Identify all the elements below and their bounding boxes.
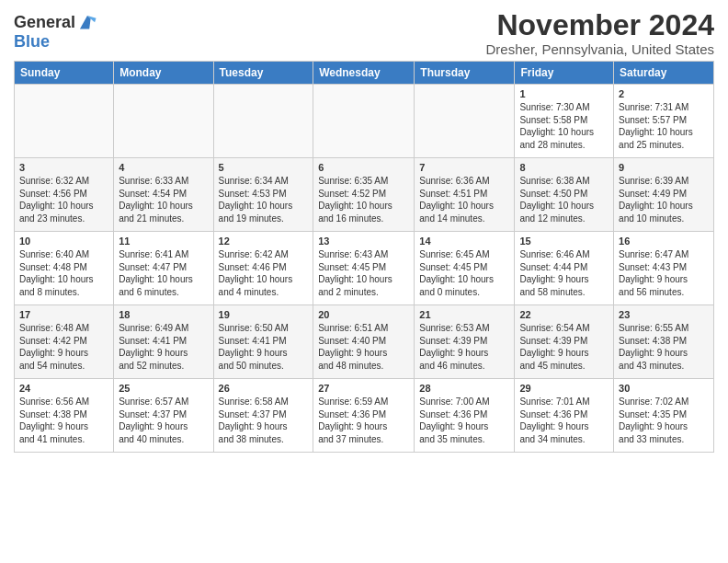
day-number: 14 bbox=[419, 236, 509, 247]
calendar-cell-w1-d4 bbox=[415, 85, 515, 158]
calendar-cell-w5-d6: 30Sunrise: 7:02 AM Sunset: 4:35 PM Dayli… bbox=[614, 379, 714, 453]
calendar-cell-w3-d1: 11Sunrise: 6:41 AM Sunset: 4:47 PM Dayli… bbox=[114, 232, 213, 305]
logo-text: General bbox=[14, 14, 75, 32]
day-info: Sunrise: 6:42 AM Sunset: 4:46 PM Dayligh… bbox=[219, 248, 309, 298]
calendar-cell-w4-d1: 18Sunrise: 6:49 AM Sunset: 4:41 PM Dayli… bbox=[114, 305, 213, 379]
calendar-cell-w3-d0: 10Sunrise: 6:40 AM Sunset: 4:48 PM Dayli… bbox=[15, 232, 114, 305]
calendar-cell-w2-d6: 9Sunrise: 6:39 AM Sunset: 4:49 PM Daylig… bbox=[614, 158, 714, 232]
title-block: November 2024 Dresher, Pennsylvania, Uni… bbox=[486, 9, 714, 57]
day-info: Sunrise: 6:55 AM Sunset: 4:38 PM Dayligh… bbox=[619, 322, 709, 372]
calendar-cell-w4-d3: 20Sunrise: 6:51 AM Sunset: 4:40 PM Dayli… bbox=[313, 305, 415, 379]
day-info: Sunrise: 7:31 AM Sunset: 5:57 PM Dayligh… bbox=[619, 101, 709, 151]
day-info: Sunrise: 6:35 AM Sunset: 4:52 PM Dayligh… bbox=[318, 175, 409, 224]
calendar-cell-w2-d1: 4Sunrise: 6:33 AM Sunset: 4:54 PM Daylig… bbox=[114, 158, 213, 232]
calendar-cell-w4-d2: 19Sunrise: 6:50 AM Sunset: 4:41 PM Dayli… bbox=[213, 305, 313, 379]
day-info: Sunrise: 6:39 AM Sunset: 4:49 PM Dayligh… bbox=[619, 175, 709, 224]
calendar-cell-w2-d3: 6Sunrise: 6:35 AM Sunset: 4:52 PM Daylig… bbox=[313, 158, 415, 232]
day-info: Sunrise: 6:38 AM Sunset: 4:50 PM Dayligh… bbox=[519, 175, 609, 224]
calendar-cell-w1-d3 bbox=[313, 85, 415, 158]
day-info: Sunrise: 6:53 AM Sunset: 4:39 PM Dayligh… bbox=[419, 322, 509, 372]
day-number: 24 bbox=[19, 383, 108, 394]
calendar-cell-w2-d4: 7Sunrise: 6:36 AM Sunset: 4:51 PM Daylig… bbox=[415, 158, 515, 232]
page-container: General Blue November 2024 Dresher, Penn… bbox=[0, 0, 728, 457]
day-info: Sunrise: 6:59 AM Sunset: 4:36 PM Dayligh… bbox=[318, 396, 409, 445]
day-info: Sunrise: 6:33 AM Sunset: 4:54 PM Dayligh… bbox=[119, 175, 208, 224]
day-info: Sunrise: 6:57 AM Sunset: 4:37 PM Dayligh… bbox=[119, 396, 208, 445]
day-info: Sunrise: 6:48 AM Sunset: 4:42 PM Dayligh… bbox=[19, 322, 108, 372]
logo: General Blue bbox=[14, 13, 97, 52]
day-info: Sunrise: 6:56 AM Sunset: 4:38 PM Dayligh… bbox=[19, 396, 108, 445]
day-info: Sunrise: 7:01 AM Sunset: 4:36 PM Dayligh… bbox=[519, 396, 609, 445]
week-row-1: 1Sunrise: 7:30 AM Sunset: 5:58 PM Daylig… bbox=[15, 85, 714, 158]
day-info: Sunrise: 6:36 AM Sunset: 4:51 PM Dayligh… bbox=[419, 175, 509, 224]
calendar-cell-w2-d0: 3Sunrise: 6:32 AM Sunset: 4:56 PM Daylig… bbox=[15, 158, 114, 232]
day-info: Sunrise: 6:34 AM Sunset: 4:53 PM Dayligh… bbox=[219, 175, 309, 224]
day-info: Sunrise: 6:49 AM Sunset: 4:41 PM Dayligh… bbox=[119, 322, 208, 372]
day-info: Sunrise: 6:51 AM Sunset: 4:40 PM Dayligh… bbox=[318, 322, 409, 372]
day-number: 21 bbox=[419, 309, 509, 320]
calendar-cell-w4-d4: 21Sunrise: 6:53 AM Sunset: 4:39 PM Dayli… bbox=[415, 305, 515, 379]
day-info: Sunrise: 7:30 AM Sunset: 5:58 PM Dayligh… bbox=[519, 101, 609, 151]
col-monday: Monday bbox=[114, 62, 213, 85]
day-number: 13 bbox=[318, 236, 409, 247]
day-info: Sunrise: 7:02 AM Sunset: 4:35 PM Dayligh… bbox=[619, 396, 709, 445]
calendar-cell-w3-d2: 12Sunrise: 6:42 AM Sunset: 4:46 PM Dayli… bbox=[213, 232, 313, 305]
calendar-cell-w5-d4: 28Sunrise: 7:00 AM Sunset: 4:36 PM Dayli… bbox=[415, 379, 515, 453]
day-info: Sunrise: 6:40 AM Sunset: 4:48 PM Dayligh… bbox=[19, 248, 108, 298]
calendar-cell-w1-d2 bbox=[213, 85, 313, 158]
day-number: 16 bbox=[619, 236, 709, 247]
calendar-cell-w5-d5: 29Sunrise: 7:01 AM Sunset: 4:36 PM Dayli… bbox=[515, 379, 614, 453]
day-info: Sunrise: 6:47 AM Sunset: 4:43 PM Dayligh… bbox=[619, 248, 709, 298]
day-number: 15 bbox=[519, 236, 609, 247]
day-number: 10 bbox=[19, 236, 108, 247]
day-number: 27 bbox=[318, 383, 409, 394]
day-number: 29 bbox=[519, 383, 609, 394]
calendar-cell-w4-d0: 17Sunrise: 6:48 AM Sunset: 4:42 PM Dayli… bbox=[15, 305, 114, 379]
day-number: 26 bbox=[219, 383, 309, 394]
col-tuesday: Tuesday bbox=[213, 62, 313, 85]
col-sunday: Sunday bbox=[15, 62, 114, 85]
col-wednesday: Wednesday bbox=[313, 62, 415, 85]
header: General Blue November 2024 Dresher, Penn… bbox=[14, 9, 714, 57]
day-number: 17 bbox=[19, 309, 108, 320]
calendar-cell-w5-d2: 26Sunrise: 6:58 AM Sunset: 4:37 PM Dayli… bbox=[213, 379, 313, 453]
calendar-cell-w3-d5: 15Sunrise: 6:46 AM Sunset: 4:44 PM Dayli… bbox=[515, 232, 614, 305]
calendar-cell-w1-d6: 2Sunrise: 7:31 AM Sunset: 5:57 PM Daylig… bbox=[614, 85, 714, 158]
day-number: 20 bbox=[318, 309, 409, 320]
day-number: 9 bbox=[619, 162, 709, 173]
calendar-header-row: Sunday Monday Tuesday Wednesday Thursday… bbox=[15, 62, 714, 85]
day-number: 22 bbox=[519, 309, 609, 320]
week-row-5: 24Sunrise: 6:56 AM Sunset: 4:38 PM Dayli… bbox=[15, 379, 714, 453]
calendar-cell-w2-d2: 5Sunrise: 6:34 AM Sunset: 4:53 PM Daylig… bbox=[213, 158, 313, 232]
month-title: November 2024 bbox=[486, 9, 714, 41]
calendar-cell-w1-d5: 1Sunrise: 7:30 AM Sunset: 5:58 PM Daylig… bbox=[515, 85, 614, 158]
day-number: 30 bbox=[619, 383, 709, 394]
calendar-cell-w5-d3: 27Sunrise: 6:59 AM Sunset: 4:36 PM Dayli… bbox=[313, 379, 415, 453]
calendar-cell-w3-d6: 16Sunrise: 6:47 AM Sunset: 4:43 PM Dayli… bbox=[614, 232, 714, 305]
calendar-cell-w5-d1: 25Sunrise: 6:57 AM Sunset: 4:37 PM Dayli… bbox=[114, 379, 213, 453]
week-row-2: 3Sunrise: 6:32 AM Sunset: 4:56 PM Daylig… bbox=[15, 158, 714, 232]
location-subtitle: Dresher, Pennsylvania, United States bbox=[486, 41, 714, 57]
day-info: Sunrise: 6:46 AM Sunset: 4:44 PM Dayligh… bbox=[519, 248, 609, 298]
calendar-cell-w1-d1 bbox=[114, 85, 213, 158]
day-number: 23 bbox=[619, 309, 709, 320]
day-info: Sunrise: 6:45 AM Sunset: 4:45 PM Dayligh… bbox=[419, 248, 509, 298]
day-number: 18 bbox=[119, 309, 208, 320]
calendar-cell-w4-d6: 23Sunrise: 6:55 AM Sunset: 4:38 PM Dayli… bbox=[614, 305, 714, 379]
week-row-4: 17Sunrise: 6:48 AM Sunset: 4:42 PM Dayli… bbox=[15, 305, 714, 379]
day-number: 28 bbox=[419, 383, 509, 394]
col-saturday: Saturday bbox=[614, 62, 714, 85]
calendar-cell-w5-d0: 24Sunrise: 6:56 AM Sunset: 4:38 PM Dayli… bbox=[15, 379, 114, 453]
week-row-3: 10Sunrise: 6:40 AM Sunset: 4:48 PM Dayli… bbox=[15, 232, 714, 305]
day-number: 19 bbox=[219, 309, 309, 320]
day-number: 11 bbox=[119, 236, 208, 247]
logo-icon bbox=[77, 13, 97, 33]
day-info: Sunrise: 6:43 AM Sunset: 4:45 PM Dayligh… bbox=[318, 248, 409, 298]
day-number: 6 bbox=[318, 162, 409, 173]
day-info: Sunrise: 6:50 AM Sunset: 4:41 PM Dayligh… bbox=[219, 322, 309, 372]
day-info: Sunrise: 6:32 AM Sunset: 4:56 PM Dayligh… bbox=[19, 175, 108, 224]
day-number: 8 bbox=[519, 162, 609, 173]
day-number: 3 bbox=[19, 162, 108, 173]
calendar-table: Sunday Monday Tuesday Wednesday Thursday… bbox=[14, 61, 714, 453]
day-number: 7 bbox=[419, 162, 509, 173]
